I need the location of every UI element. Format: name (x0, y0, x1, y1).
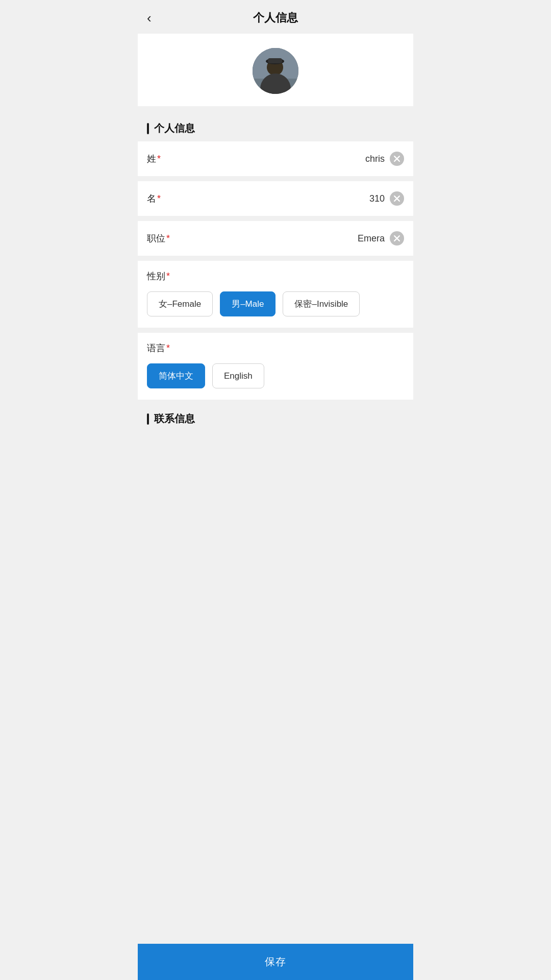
avatar[interactable] (253, 48, 298, 94)
page-header: ‹ 个人信息 (138, 0, 413, 34)
first-name-card: 名* 310 (138, 181, 413, 216)
gender-label-row: 性别 * (147, 270, 404, 282)
svg-point-2 (261, 78, 290, 94)
language-options: 简体中文 English (147, 363, 404, 388)
gender-label: 性别 (147, 270, 165, 282)
svg-point-7 (271, 75, 279, 80)
back-button[interactable]: ‹ (147, 11, 152, 24)
svg-line-14 (394, 236, 399, 241)
language-required: * (166, 343, 170, 354)
gender-female-button[interactable]: 女–Female (147, 291, 213, 316)
last-name-clear-button[interactable] (390, 152, 404, 166)
language-label: 语言 (147, 342, 165, 354)
language-en-button[interactable]: English (212, 363, 264, 388)
first-name-label: 名* (147, 192, 188, 205)
gender-invisible-button[interactable]: 保密–Invisible (283, 291, 360, 316)
avatar-card (138, 34, 413, 106)
last-name-card: 姓* chris (138, 141, 413, 176)
svg-rect-6 (272, 75, 279, 80)
close-icon (393, 195, 400, 202)
close-icon (393, 235, 400, 242)
svg-point-8 (273, 80, 277, 83)
svg-line-13 (394, 236, 399, 241)
gender-options: 女–Female 男–Male 保密–Invisible (147, 291, 404, 316)
position-value[interactable]: Emera (188, 233, 390, 244)
language-card: 语言 * 简体中文 English (138, 333, 413, 400)
close-icon (393, 155, 400, 162)
first-name-value[interactable]: 310 (188, 193, 390, 204)
last-name-label: 姓* (147, 153, 188, 165)
svg-rect-5 (268, 58, 282, 63)
contact-section-header: 联系信息 (138, 405, 413, 432)
position-required: * (166, 233, 170, 243)
contact-section-title: 联系信息 (154, 412, 195, 426)
position-card: 职位* Emera (138, 221, 413, 256)
gender-required: * (166, 271, 170, 282)
page-title: 个人信息 (253, 10, 298, 26)
first-name-required: * (157, 193, 161, 204)
last-name-value[interactable]: chris (188, 154, 390, 164)
personal-section-header: 个人信息 (138, 114, 413, 141)
svg-line-9 (394, 156, 399, 161)
svg-line-12 (394, 196, 399, 201)
svg-line-10 (394, 156, 399, 161)
position-label: 职位* (147, 232, 188, 244)
gender-male-button[interactable]: 男–Male (220, 291, 276, 316)
language-zh-button[interactable]: 简体中文 (147, 363, 205, 388)
last-name-required: * (157, 154, 161, 164)
svg-line-11 (394, 196, 399, 201)
section-bar (147, 123, 149, 134)
personal-section-title: 个人信息 (154, 121, 195, 135)
contact-section-bar (147, 413, 149, 425)
first-name-clear-button[interactable] (390, 191, 404, 206)
position-clear-button[interactable] (390, 231, 404, 246)
gender-card: 性别 * 女–Female 男–Male 保密–Invisible (138, 261, 413, 328)
language-label-row: 语言 * (147, 342, 404, 354)
